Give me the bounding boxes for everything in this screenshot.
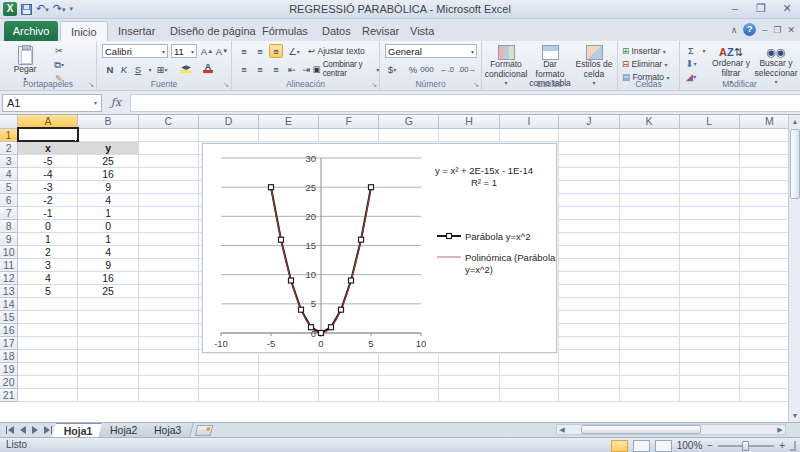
fill-icon[interactable]: ⬇▾ bbox=[684, 56, 698, 70]
scroll-left-icon[interactable]: ◀ bbox=[557, 423, 567, 436]
cell-B13[interactable]: 25 bbox=[78, 284, 138, 297]
cell-I1[interactable] bbox=[499, 128, 559, 141]
cell-L1[interactable] bbox=[679, 128, 739, 141]
italic-button[interactable]: K bbox=[117, 62, 131, 76]
data-marker[interactable] bbox=[359, 237, 364, 242]
row-header-6[interactable]: 6 bbox=[0, 193, 18, 206]
cell-K2[interactable] bbox=[619, 141, 679, 154]
cell-K9[interactable] bbox=[619, 232, 679, 245]
page-layout-view-icon[interactable] bbox=[633, 440, 650, 452]
cell-G1[interactable] bbox=[379, 128, 439, 141]
close-button[interactable]: ✕ bbox=[778, 2, 796, 15]
cell-J1[interactable] bbox=[559, 128, 619, 141]
cell-E1[interactable] bbox=[259, 128, 319, 141]
borders-icon[interactable]: ⊞▾ bbox=[155, 62, 169, 76]
horizontal-scroll-thumb[interactable] bbox=[581, 425, 701, 434]
resize-grip[interactable] bbox=[790, 441, 796, 451]
percent-format-icon[interactable]: % bbox=[406, 62, 420, 76]
column-header-C[interactable]: C bbox=[138, 115, 198, 128]
cell-I19[interactable] bbox=[499, 362, 559, 375]
cell-K13[interactable] bbox=[619, 284, 679, 297]
cell-D1[interactable] bbox=[198, 128, 258, 141]
font-dialog-launcher-icon[interactable]: ↘ bbox=[223, 81, 229, 89]
scroll-down-icon[interactable]: ▼ bbox=[789, 409, 800, 422]
zoom-out-icon[interactable]: − bbox=[707, 441, 713, 451]
cell-J12[interactable] bbox=[559, 271, 619, 284]
cell-C13[interactable] bbox=[138, 284, 198, 297]
cell-L13[interactable] bbox=[679, 284, 739, 297]
orientation-icon[interactable]: ∠▾ bbox=[287, 44, 301, 58]
cut-icon[interactable]: ✂ bbox=[52, 45, 66, 56]
row-header-5[interactable]: 5 bbox=[0, 180, 18, 193]
workbook-close-icon[interactable]: ✕ bbox=[787, 24, 795, 36]
shrink-font-icon[interactable]: A▼ bbox=[215, 44, 229, 58]
tab-vista[interactable]: Vista bbox=[400, 21, 444, 41]
column-header-D[interactable]: D bbox=[198, 115, 258, 128]
row-header-13[interactable]: 13 bbox=[0, 284, 18, 297]
font-name-select[interactable]: Calibri▾ bbox=[102, 44, 168, 58]
cell-B4[interactable]: 16 bbox=[78, 167, 138, 180]
cell-J15[interactable] bbox=[559, 310, 619, 323]
cell-H1[interactable] bbox=[439, 128, 499, 141]
cell-B10[interactable]: 4 bbox=[78, 245, 138, 258]
currency-format-icon[interactable]: $▾ bbox=[385, 62, 399, 76]
cell-L3[interactable] bbox=[679, 154, 739, 167]
sheet-tab-hoja3[interactable]: Hoja3 bbox=[142, 423, 194, 437]
cell-L2[interactable] bbox=[679, 141, 739, 154]
cell-C21[interactable] bbox=[138, 388, 198, 401]
cell-L21[interactable] bbox=[679, 388, 739, 401]
cell-I20[interactable] bbox=[499, 375, 559, 388]
row-header-18[interactable]: 18 bbox=[0, 349, 18, 362]
sheet-tab-hoja1[interactable]: Hoja1 bbox=[52, 423, 105, 437]
cell-A10[interactable]: 2 bbox=[18, 245, 78, 258]
column-header-H[interactable]: H bbox=[439, 115, 499, 128]
cell-L5[interactable] bbox=[679, 180, 739, 193]
cell-L8[interactable] bbox=[679, 219, 739, 232]
column-header-F[interactable]: F bbox=[319, 115, 379, 128]
cell-K18[interactable] bbox=[619, 349, 679, 362]
cell-C18[interactable] bbox=[138, 349, 198, 362]
cell-D21[interactable] bbox=[198, 388, 258, 401]
number-format-select[interactable]: General▾ bbox=[385, 44, 477, 58]
cell-L12[interactable] bbox=[679, 271, 739, 284]
collapse-ribbon-icon[interactable]: ∧ bbox=[731, 24, 738, 36]
cell-L9[interactable] bbox=[679, 232, 739, 245]
cell-L6[interactable] bbox=[679, 193, 739, 206]
cell-J14[interactable] bbox=[559, 297, 619, 310]
cell-B12[interactable]: 16 bbox=[78, 271, 138, 284]
cell-A16[interactable] bbox=[18, 323, 78, 336]
increase-indent-icon[interactable]: ⇥ bbox=[299, 62, 313, 76]
data-marker[interactable] bbox=[269, 185, 274, 190]
clipboard-dialog-launcher-icon[interactable]: ↘ bbox=[88, 81, 94, 89]
cell-K4[interactable] bbox=[619, 167, 679, 180]
row-header-16[interactable]: 16 bbox=[0, 323, 18, 336]
align-bottom-icon[interactable]: ≡ bbox=[269, 44, 283, 58]
name-box[interactable]: A1▾ bbox=[2, 94, 102, 112]
cell-J5[interactable] bbox=[559, 180, 619, 193]
zoom-slider[interactable] bbox=[718, 445, 774, 447]
align-top-icon[interactable]: ≡ bbox=[237, 44, 251, 58]
row-header-3[interactable]: 3 bbox=[0, 154, 18, 167]
comma-format-icon[interactable]: 000 bbox=[420, 62, 434, 76]
cell-B2[interactable]: y bbox=[78, 141, 138, 154]
row-header-2[interactable]: 2 bbox=[0, 141, 18, 154]
row-header-8[interactable]: 8 bbox=[0, 219, 18, 232]
data-marker[interactable] bbox=[329, 325, 334, 330]
next-sheet-icon[interactable] bbox=[30, 426, 40, 434]
cell-L10[interactable] bbox=[679, 245, 739, 258]
cell-K14[interactable] bbox=[619, 297, 679, 310]
cell-J20[interactable] bbox=[559, 375, 619, 388]
cell-G21[interactable] bbox=[379, 388, 439, 401]
scroll-up-icon[interactable]: ▲ bbox=[789, 115, 800, 128]
cell-A4[interactable]: -4 bbox=[18, 167, 78, 180]
cell-C8[interactable] bbox=[138, 219, 198, 232]
decrease-indent-icon[interactable]: ⇤ bbox=[285, 62, 299, 76]
cell-A18[interactable] bbox=[18, 349, 78, 362]
cell-A9[interactable]: 1 bbox=[18, 232, 78, 245]
cell-K20[interactable] bbox=[619, 375, 679, 388]
cell-C17[interactable] bbox=[138, 336, 198, 349]
cell-A19[interactable] bbox=[18, 362, 78, 375]
cell-K6[interactable] bbox=[619, 193, 679, 206]
row-header-14[interactable]: 14 bbox=[0, 297, 18, 310]
vertical-scrollbar[interactable]: ▲ ▼ bbox=[788, 115, 800, 422]
